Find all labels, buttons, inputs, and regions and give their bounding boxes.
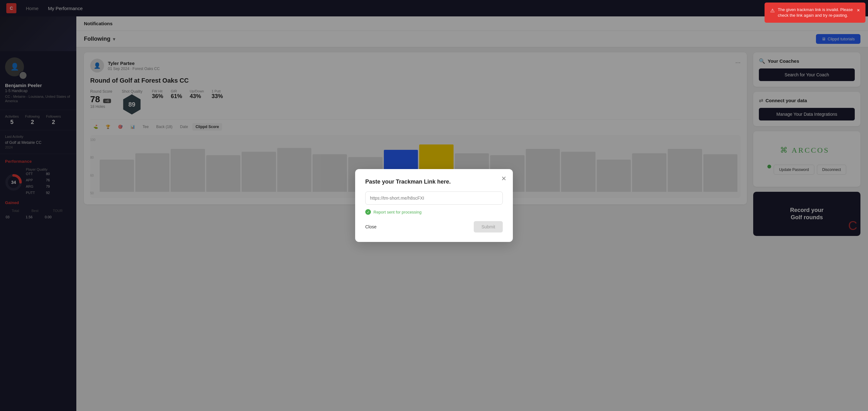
- modal-close-button[interactable]: Close: [365, 224, 377, 229]
- trackman-url-input[interactable]: [365, 191, 503, 205]
- trackman-modal: Paste your Trackman Link here. ✕ ✓ Repor…: [355, 169, 513, 242]
- modal-submit-button[interactable]: Submit: [474, 221, 503, 232]
- modal-overlay: Paste your Trackman Link here. ✕ ✓ Repor…: [0, 0, 868, 411]
- success-text: Report sent for processing: [373, 210, 422, 215]
- warning-icon: ⚠: [770, 7, 775, 14]
- modal-footer: Close Submit: [365, 221, 503, 232]
- error-toast-message: The given trackman link is invalid. Plea…: [778, 7, 854, 18]
- modal-success-message: ✓ Report sent for processing: [365, 209, 503, 215]
- error-toast-close[interactable]: ×: [857, 7, 860, 14]
- success-icon: ✓: [365, 209, 371, 215]
- error-toast: ⚠ The given trackman link is invalid. Pl…: [765, 2, 866, 23]
- modal-title: Paste your Trackman Link here.: [365, 179, 503, 185]
- modal-close-x-button[interactable]: ✕: [501, 175, 506, 182]
